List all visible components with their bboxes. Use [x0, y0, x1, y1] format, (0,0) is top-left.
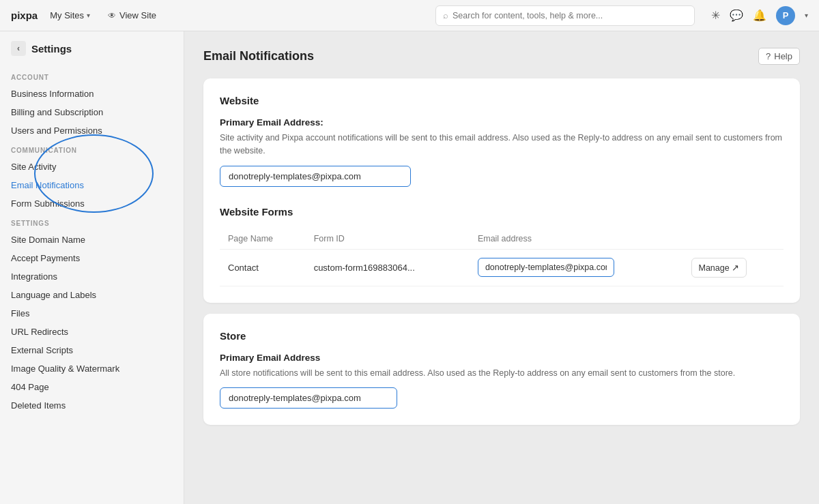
help-icon: ? — [766, 51, 771, 61]
store-primary-email-desc: All store notifications will be sent to … — [220, 367, 784, 380]
col-form-id: Form ID — [306, 228, 470, 250]
sidebar-item-users[interactable]: Users and Permissions — [0, 121, 184, 140]
my-sites-label: My Sites — [50, 10, 84, 20]
sidebar-title: Settings — [31, 43, 72, 55]
sidebar-item-email-notifications[interactable]: Email Notifications — [0, 176, 184, 194]
section-communication-label: COMMUNICATION — [0, 140, 184, 158]
table-row: Contact custom-form169883064... Manage ↗ — [220, 249, 784, 286]
search-icon: ⌕ — [443, 10, 448, 20]
primary-email-label: Primary Email Address: — [220, 117, 784, 128]
sidebar-header: ‹ Settings — [0, 41, 184, 67]
col-email-address: Email address — [470, 228, 683, 250]
primary-email-input[interactable] — [220, 166, 411, 187]
sidebar-item-integrations[interactable]: Integrations — [0, 267, 184, 286]
row-form-id: custom-form169883064... — [306, 249, 470, 286]
view-site-button[interactable]: 👁 View Site — [102, 8, 162, 23]
forms-table: Page Name Form ID Email address — [220, 228, 784, 286]
website-forms-title: Website Forms — [220, 206, 784, 218]
sidebar-item-billing[interactable]: Billing and Subscription — [0, 103, 184, 121]
sidebar-item-site-activity[interactable]: Site Activity — [0, 158, 184, 176]
sidebar: ‹ Settings ACCOUNT Business Information … — [0, 31, 184, 504]
sun-icon[interactable]: ✳ — [711, 9, 720, 22]
sidebar-item-business-info[interactable]: Business Information — [0, 85, 184, 103]
row-page-name: Contact — [220, 249, 306, 286]
section-account-label: ACCOUNT — [0, 67, 184, 85]
store-primary-email-input[interactable] — [220, 387, 397, 409]
sidebar-item-image-quality[interactable]: Image Quality & Watermark — [0, 359, 184, 378]
store-card-title: Store — [220, 330, 784, 342]
chat-icon[interactable]: 💬 — [730, 9, 743, 22]
store-primary-email-label: Primary Email Address — [220, 353, 784, 363]
row-email — [470, 249, 683, 286]
website-card-title: Website — [220, 95, 784, 106]
back-button[interactable]: ‹ — [11, 41, 26, 56]
page-title: Email Notifications — [203, 49, 314, 63]
search-bar[interactable]: ⌕ — [435, 5, 695, 26]
help-button[interactable]: ? Help — [758, 48, 800, 65]
sidebar-item-404[interactable]: 404 Page — [0, 378, 184, 396]
sidebar-item-accept-payments[interactable]: Accept Payments — [0, 249, 184, 267]
eye-icon: 👁 — [108, 11, 116, 20]
logo: pixpa — [11, 10, 38, 21]
sidebar-item-url-redirects[interactable]: URL Redirects — [0, 323, 184, 341]
content-area: Email Notifications ? Help Website Prima… — [184, 31, 819, 504]
website-card: Website Primary Email Address: Site acti… — [203, 78, 800, 303]
my-sites-button[interactable]: My Sites ▾ — [46, 8, 94, 23]
manage-button[interactable]: Manage ↗ — [691, 258, 747, 278]
communication-section: COMMUNICATION Site Activity Email Notifi… — [0, 140, 184, 213]
primary-email-desc: Site activity and Pixpa account notifica… — [220, 132, 784, 158]
store-card: Store Primary Email Address All store no… — [203, 314, 800, 426]
view-site-label: View Site — [119, 10, 156, 20]
chevron-down-icon: ▾ — [87, 12, 90, 19]
row-actions: Manage ↗ — [683, 249, 784, 286]
top-bar-actions: ✳ 💬 🔔 P ▾ — [711, 6, 808, 25]
avatar[interactable]: P — [776, 6, 795, 25]
row-email-input[interactable] — [478, 258, 614, 277]
sidebar-item-form-submissions[interactable]: Form Submissions — [0, 194, 184, 213]
sidebar-item-files[interactable]: Files — [0, 304, 184, 323]
content-header: Email Notifications ? Help — [203, 48, 800, 65]
sidebar-item-external-scripts[interactable]: External Scripts — [0, 341, 184, 359]
sidebar-item-language-labels[interactable]: Language and Labels — [0, 286, 184, 304]
main-layout: ‹ Settings ACCOUNT Business Information … — [0, 31, 819, 504]
bell-icon[interactable]: 🔔 — [753, 9, 766, 22]
sidebar-item-site-domain[interactable]: Site Domain Name — [0, 231, 184, 249]
section-settings-label: SETTINGS — [0, 213, 184, 231]
col-page-name: Page Name — [220, 228, 306, 250]
avatar-chevron-icon: ▾ — [805, 12, 808, 19]
search-input[interactable] — [452, 11, 687, 20]
sidebar-item-deleted-items[interactable]: Deleted Items — [0, 396, 184, 415]
top-bar: pixpa My Sites ▾ 👁 View Site ⌕ ✳ 💬 🔔 P ▾ — [0, 0, 819, 31]
